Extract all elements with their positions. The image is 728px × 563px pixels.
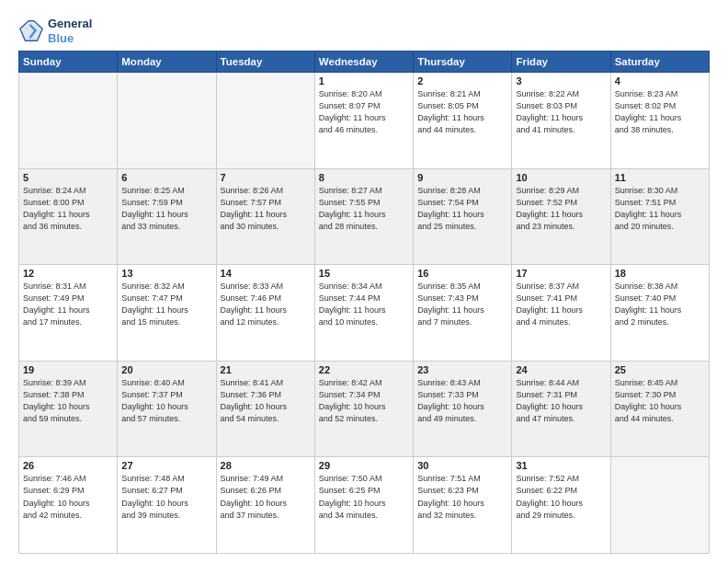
day-info: Sunrise: 8:45 AM Sunset: 7:30 PM Dayligh… [615, 377, 705, 425]
day-info: Sunrise: 8:43 AM Sunset: 7:33 PM Dayligh… [417, 377, 507, 425]
calendar-cell [19, 73, 118, 169]
calendar-cell: 19Sunrise: 8:39 AM Sunset: 7:38 PM Dayli… [19, 361, 118, 457]
calendar-cell: 3Sunrise: 8:22 AM Sunset: 8:03 PM Daylig… [512, 73, 610, 169]
calendar-cell: 11Sunrise: 8:30 AM Sunset: 7:51 PM Dayli… [610, 168, 709, 265]
day-number: 3 [516, 75, 606, 86]
day-info: Sunrise: 7:50 AM Sunset: 6:25 PM Dayligh… [319, 473, 409, 521]
calendar-week-row: 12Sunrise: 8:31 AM Sunset: 7:49 PM Dayli… [19, 265, 710, 362]
day-info: Sunrise: 7:48 AM Sunset: 6:27 PM Dayligh… [121, 473, 211, 521]
calendar-cell [118, 73, 216, 169]
day-info: Sunrise: 8:35 AM Sunset: 7:43 PM Dayligh… [417, 281, 507, 328]
calendar-cell: 6Sunrise: 8:25 AM Sunset: 7:59 PM Daylig… [118, 168, 216, 265]
day-info: Sunrise: 8:20 AM Sunset: 8:07 PM Dayligh… [319, 88, 409, 136]
calendar-cell: 16Sunrise: 8:35 AM Sunset: 7:43 PM Dayli… [414, 265, 512, 362]
calendar-table: SundayMondayTuesdayWednesdayThursdayFrid… [18, 51, 710, 554]
calendar-cell: 21Sunrise: 8:41 AM Sunset: 7:36 PM Dayli… [216, 361, 314, 457]
calendar-cell: 15Sunrise: 8:34 AM Sunset: 7:44 PM Dayli… [314, 265, 413, 362]
day-info: Sunrise: 8:31 AM Sunset: 7:49 PM Dayligh… [23, 281, 113, 328]
calendar-week-row: 5Sunrise: 8:24 AM Sunset: 8:00 PM Daylig… [19, 168, 710, 265]
day-number: 6 [121, 172, 211, 183]
day-number: 30 [417, 460, 507, 471]
calendar-cell: 10Sunrise: 8:29 AM Sunset: 7:52 PM Dayli… [512, 168, 610, 265]
day-info: Sunrise: 8:44 AM Sunset: 7:31 PM Dayligh… [516, 377, 606, 425]
header: General Blue [18, 17, 710, 45]
day-number: 20 [121, 364, 211, 375]
calendar-cell: 9Sunrise: 8:28 AM Sunset: 7:54 PM Daylig… [414, 168, 512, 265]
calendar-cell: 25Sunrise: 8:45 AM Sunset: 7:30 PM Dayli… [610, 361, 709, 457]
calendar-cell: 26Sunrise: 7:46 AM Sunset: 6:29 PM Dayli… [19, 457, 118, 554]
day-info: Sunrise: 7:46 AM Sunset: 6:29 PM Dayligh… [23, 473, 113, 521]
calendar-cell: 13Sunrise: 8:32 AM Sunset: 7:47 PM Dayli… [118, 265, 216, 362]
weekday-header: Saturday [610, 52, 709, 73]
day-number: 11 [615, 172, 705, 183]
calendar-cell: 7Sunrise: 8:26 AM Sunset: 7:57 PM Daylig… [216, 168, 314, 265]
day-info: Sunrise: 8:42 AM Sunset: 7:34 PM Dayligh… [319, 377, 409, 425]
day-info: Sunrise: 8:28 AM Sunset: 7:54 PM Dayligh… [417, 185, 507, 233]
day-info: Sunrise: 8:38 AM Sunset: 7:40 PM Dayligh… [615, 281, 705, 328]
day-info: Sunrise: 8:32 AM Sunset: 7:47 PM Dayligh… [121, 281, 211, 328]
day-info: Sunrise: 8:23 AM Sunset: 8:02 PM Dayligh… [615, 88, 705, 136]
day-number: 8 [319, 172, 409, 183]
day-number: 1 [319, 75, 409, 86]
weekday-header-row: SundayMondayTuesdayWednesdayThursdayFrid… [19, 52, 710, 73]
calendar-week-row: 19Sunrise: 8:39 AM Sunset: 7:38 PM Dayli… [19, 361, 710, 457]
day-info: Sunrise: 7:49 AM Sunset: 6:26 PM Dayligh… [221, 473, 311, 521]
day-info: Sunrise: 8:29 AM Sunset: 7:52 PM Dayligh… [516, 185, 606, 233]
calendar-cell [610, 457, 709, 554]
day-info: Sunrise: 8:25 AM Sunset: 7:59 PM Dayligh… [121, 185, 211, 233]
weekday-header: Friday [512, 52, 610, 73]
day-info: Sunrise: 7:51 AM Sunset: 6:23 PM Dayligh… [417, 473, 507, 521]
calendar-cell: 2Sunrise: 8:21 AM Sunset: 8:05 PM Daylig… [414, 73, 512, 169]
day-number: 4 [615, 75, 705, 86]
weekday-header: Sunday [19, 52, 118, 73]
weekday-header: Thursday [414, 52, 512, 73]
day-number: 24 [516, 364, 606, 375]
day-info: Sunrise: 8:37 AM Sunset: 7:41 PM Dayligh… [516, 281, 606, 328]
calendar-cell: 1Sunrise: 8:20 AM Sunset: 8:07 PM Daylig… [314, 73, 413, 169]
calendar-cell: 23Sunrise: 8:43 AM Sunset: 7:33 PM Dayli… [414, 361, 512, 457]
calendar-week-row: 1Sunrise: 8:20 AM Sunset: 8:07 PM Daylig… [19, 73, 710, 169]
day-info: Sunrise: 8:39 AM Sunset: 7:38 PM Dayligh… [23, 377, 113, 425]
day-info: Sunrise: 8:27 AM Sunset: 7:55 PM Dayligh… [319, 185, 409, 233]
calendar-cell: 29Sunrise: 7:50 AM Sunset: 6:25 PM Dayli… [314, 457, 413, 554]
calendar-cell: 14Sunrise: 8:33 AM Sunset: 7:46 PM Dayli… [216, 265, 314, 362]
calendar-cell [216, 73, 314, 169]
day-number: 2 [417, 75, 507, 86]
day-number: 7 [221, 172, 311, 183]
day-number: 13 [121, 268, 211, 279]
page: General Blue SundayMondayTuesdayWednesda… [0, 0, 728, 563]
day-number: 28 [221, 460, 311, 471]
day-number: 18 [615, 268, 705, 279]
day-number: 5 [23, 172, 113, 183]
day-number: 16 [417, 268, 507, 279]
calendar-cell: 27Sunrise: 7:48 AM Sunset: 6:27 PM Dayli… [118, 457, 216, 554]
calendar-cell: 5Sunrise: 8:24 AM Sunset: 8:00 PM Daylig… [19, 168, 118, 265]
day-number: 26 [23, 460, 113, 471]
day-number: 27 [121, 460, 211, 471]
weekday-header: Wednesday [314, 52, 413, 73]
day-info: Sunrise: 7:52 AM Sunset: 6:22 PM Dayligh… [516, 473, 606, 521]
day-info: Sunrise: 8:30 AM Sunset: 7:51 PM Dayligh… [615, 185, 705, 233]
calendar-cell: 28Sunrise: 7:49 AM Sunset: 6:26 PM Dayli… [216, 457, 314, 554]
calendar-cell: 22Sunrise: 8:42 AM Sunset: 7:34 PM Dayli… [314, 361, 413, 457]
calendar-cell: 4Sunrise: 8:23 AM Sunset: 8:02 PM Daylig… [610, 73, 709, 169]
calendar-cell: 24Sunrise: 8:44 AM Sunset: 7:31 PM Dayli… [512, 361, 610, 457]
day-info: Sunrise: 8:41 AM Sunset: 7:36 PM Dayligh… [221, 377, 311, 425]
day-info: Sunrise: 8:26 AM Sunset: 7:57 PM Dayligh… [221, 185, 311, 233]
day-info: Sunrise: 8:21 AM Sunset: 8:05 PM Dayligh… [417, 88, 507, 136]
day-number: 17 [516, 268, 606, 279]
day-number: 21 [221, 364, 311, 375]
day-info: Sunrise: 8:24 AM Sunset: 8:00 PM Dayligh… [23, 185, 113, 233]
calendar-week-row: 26Sunrise: 7:46 AM Sunset: 6:29 PM Dayli… [19, 457, 710, 554]
day-info: Sunrise: 8:33 AM Sunset: 7:46 PM Dayligh… [221, 281, 311, 328]
day-number: 31 [516, 460, 606, 471]
day-number: 10 [516, 172, 606, 183]
calendar-cell: 18Sunrise: 8:38 AM Sunset: 7:40 PM Dayli… [610, 265, 709, 362]
calendar-cell: 31Sunrise: 7:52 AM Sunset: 6:22 PM Dayli… [512, 457, 610, 554]
day-number: 25 [615, 364, 705, 375]
calendar-cell: 30Sunrise: 7:51 AM Sunset: 6:23 PM Dayli… [414, 457, 512, 554]
calendar-cell: 17Sunrise: 8:37 AM Sunset: 7:41 PM Dayli… [512, 265, 610, 362]
day-info: Sunrise: 8:34 AM Sunset: 7:44 PM Dayligh… [319, 281, 409, 328]
day-number: 19 [23, 364, 113, 375]
day-number: 29 [319, 460, 409, 471]
